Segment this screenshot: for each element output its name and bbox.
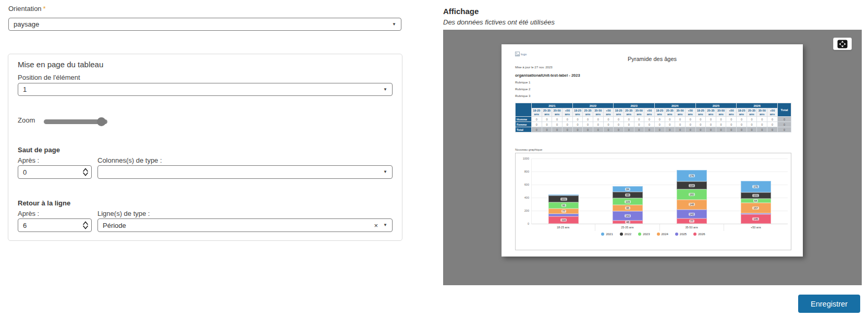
position-label: Position de l'élément: [18, 74, 80, 81]
pyramid-table-body: Homme0000000000000000000000000Femme00000…: [516, 117, 791, 132]
bar-value-label: 77: [689, 220, 694, 223]
table-cell: 0: [644, 117, 655, 122]
legend-item: 2022: [620, 233, 631, 236]
total-column-header: Total: [778, 103, 791, 117]
age-group-header: +50 ans: [562, 108, 572, 117]
bar-segment-2025: 142: [677, 210, 707, 219]
table-cell: 0: [614, 117, 624, 122]
bar-value-label: 96: [561, 204, 567, 207]
table-cell: 0: [562, 122, 572, 127]
table-cell: 0: [644, 127, 655, 132]
stepper: [82, 221, 89, 229]
age-group-header: 35-50 ans: [634, 108, 644, 117]
chart-legend: 202120222023202420252026: [516, 233, 791, 236]
table-cell: 0: [583, 127, 593, 132]
age-pyramid-chart: 1019677116849510995142481761181601481427…: [515, 153, 791, 250]
bar-segment-2023: 96: [548, 202, 579, 209]
preview-area: logo Pyramide des âges Mise à jour le 27…: [443, 30, 862, 285]
report-updated-date: Mise à jour le 27 nov. 2023: [515, 66, 553, 69]
row-label: Homme: [516, 117, 532, 122]
position-value: 1: [23, 86, 27, 93]
year-header: 2026: [737, 103, 778, 108]
columns-type-select[interactable]: ▼: [97, 165, 393, 179]
table-cell: 0: [634, 122, 644, 127]
table-cell: 0: [654, 122, 665, 127]
x-axis-label: 18-25 ans: [531, 224, 595, 231]
table-cell: 0: [695, 122, 706, 127]
stepper-down-icon[interactable]: [82, 172, 89, 176]
required-asterisk: *: [43, 5, 46, 13]
table-cell: 0: [716, 122, 726, 127]
table-cell: 0: [695, 117, 706, 122]
bar-value-label: 77: [561, 210, 567, 213]
orientation-select[interactable]: paysage ▼: [8, 18, 401, 31]
lines-type-select[interactable]: Période × ▼: [97, 218, 393, 232]
age-group-header: 18-25 ans: [737, 108, 747, 117]
chevron-down-icon: ▼: [383, 88, 387, 92]
table-cell: 0: [532, 122, 542, 127]
bar-value-label: 142: [625, 214, 631, 217]
table-cell: 0: [603, 122, 614, 127]
lines-type-label: Ligne(s) de type :: [97, 210, 150, 217]
save-button[interactable]: Enregistrer: [798, 295, 860, 313]
bar-segment-2026: 77: [677, 218, 707, 224]
table-cell: 0: [737, 122, 747, 127]
logo-alt-text: logo: [521, 53, 527, 56]
table-cell: 0: [634, 117, 644, 122]
fullscreen-button[interactable]: [833, 38, 852, 50]
lines-type-value: Période: [103, 222, 126, 229]
age-group-header: 35-50 ans: [675, 108, 686, 117]
chart-bar-slot: 17510164157145: [724, 159, 788, 224]
table-cell: 0: [675, 117, 686, 122]
stacked-bar: 17611816014814277: [677, 170, 707, 224]
table-cell: 0: [542, 117, 552, 122]
y-axis-tick: 1000: [517, 157, 529, 160]
bar-segment-2024: 95: [613, 205, 643, 211]
age-group-header: 35-50 ans: [593, 108, 603, 117]
stepper-up-icon[interactable]: [82, 168, 89, 172]
year-header: 2023: [614, 103, 655, 108]
legend-dot: [693, 233, 696, 236]
table-cell: 0: [665, 122, 675, 127]
zoom-slider-thumb[interactable]: [97, 117, 106, 126]
position-select[interactable]: 1 ▼: [18, 83, 393, 96]
stepper-up-icon[interactable]: [82, 221, 89, 225]
chart-plot: 1019677116849510995142481761181601481427…: [531, 159, 788, 224]
bar-segment-2022: 101: [548, 196, 579, 202]
pyramid-table: 202120222023202420252026Total18-25 ans25…: [515, 103, 791, 132]
line-break-after-value: 6: [23, 222, 27, 229]
table-cell: 0: [747, 117, 757, 122]
table-cell: 0: [654, 127, 665, 132]
bar-segment-2023: 64: [741, 199, 771, 203]
table-cell: 0: [706, 122, 716, 127]
legend-dot: [638, 233, 641, 236]
age-group-header: 18-25 ans: [695, 108, 706, 117]
card-title: Mise en page du tableau: [18, 60, 103, 69]
table-cell: 0: [665, 117, 675, 122]
stepper-down-icon[interactable]: [82, 225, 89, 229]
age-group-header: 35-50 ans: [757, 108, 767, 117]
bar-value-label: 175: [752, 185, 759, 188]
chevron-down-icon: ▼: [383, 223, 387, 227]
x-axis-label: 35-50 ans: [660, 224, 724, 231]
bar-value-label: 145: [752, 217, 759, 221]
table-cell: 0: [757, 117, 767, 122]
pyramid-table-head: 202120222023202420252026Total18-25 ans25…: [516, 103, 791, 117]
y-axis-tick: 800: [517, 170, 529, 173]
table-cell: 0: [603, 117, 614, 122]
age-group-header: 18-25 ans: [572, 108, 583, 117]
zoom-slider[interactable]: [44, 119, 107, 124]
bar-segment-2024: 77: [548, 209, 579, 214]
table-cell: 0: [532, 127, 542, 132]
page-break-title: Saut de page: [18, 146, 60, 154]
page-break-after-input[interactable]: 0: [18, 165, 92, 179]
chart-title: Nouveau graphique: [515, 148, 542, 151]
line-break-after-input[interactable]: 6: [18, 218, 92, 232]
age-group-header: 25-35 ans: [583, 108, 593, 117]
table-row: Homme0000000000000000000000000: [516, 117, 791, 122]
table-cell: 0: [572, 122, 583, 127]
table-cell: 0: [583, 122, 593, 127]
row-label: Total: [516, 127, 532, 132]
rubrique-1: Rubrique 1: [515, 81, 530, 84]
clear-icon[interactable]: ×: [374, 222, 383, 229]
